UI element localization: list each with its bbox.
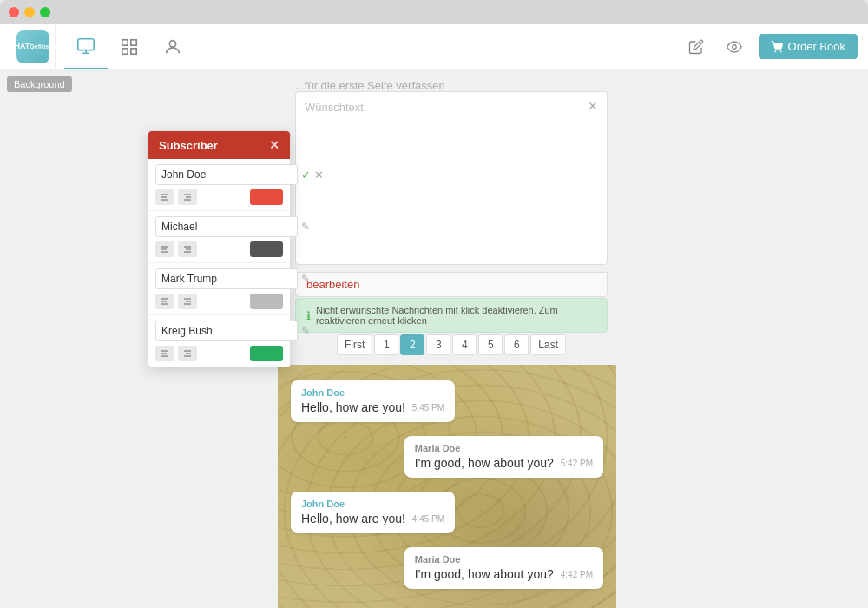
nav-grid[interactable] <box>108 24 151 69</box>
page-btn-1[interactable]: 1 <box>374 334 398 355</box>
chat-sender-2: John Doe <box>301 499 444 509</box>
chat-messages: John Doe Hello, how are you! 5:45 PM Mar… <box>278 365 616 605</box>
svg-point-7 <box>169 40 175 46</box>
close-icon-john[interactable]: ✕ <box>314 169 324 182</box>
color-chip-kreig[interactable] <box>250 346 283 361</box>
chat-text-1: I'm good, how about you? <box>415 456 554 470</box>
logo: CHAT Geflüster <box>10 24 56 69</box>
bearbeiten-button[interactable]: bearbeiten <box>295 272 608 297</box>
chat-text-0: Hello, how are you! <box>301 400 405 414</box>
edit-icon-michael[interactable]: ✎ <box>301 221 310 233</box>
svg-rect-3 <box>122 39 128 44</box>
maximize-button[interactable] <box>40 7 50 17</box>
toolbar: CHAT Geflüster <box>0 24 868 69</box>
chat-time-2: 4:45 PM <box>412 514 444 524</box>
subscriber-name-input-mark[interactable] <box>155 268 298 289</box>
page-btn-2[interactable]: 2 <box>400 334 424 355</box>
subscriber-item-kreig-bush: ✎ <box>148 315 290 367</box>
close-button[interactable] <box>9 7 19 17</box>
subscriber-item-michael: ✎ <box>148 211 290 263</box>
info-icon: ℹ <box>306 309 311 322</box>
svg-rect-0 <box>78 38 94 50</box>
main-content: Background Subscriber ✕ ✓ ✕ <box>0 69 868 608</box>
color-chip-mark[interactable] <box>250 294 283 309</box>
chat-row-0: John Doe Hello, how are you! 5:45 PM <box>282 373 612 429</box>
nav-person[interactable] <box>151 24 194 69</box>
align-left-icon-mark[interactable] <box>155 294 174 309</box>
svg-rect-5 <box>122 48 128 53</box>
chat-sender-3: Maria Doe <box>415 554 593 565</box>
background-button[interactable]: Background <box>7 76 72 92</box>
chat-row-3: Maria Doe I'm good, how about you? 4:42 … <box>282 540 612 596</box>
svg-point-8 <box>732 44 736 49</box>
subscriber-name-input-michael[interactable] <box>155 216 298 237</box>
align-left-icon-michael[interactable] <box>155 241 174 257</box>
subscriber-panel: Subscriber ✕ ✓ ✕ <box>148 130 291 367</box>
titlebar <box>0 0 868 24</box>
chat-text-2: Hello, how are you! <box>301 512 405 525</box>
chat-bubble-2: John Doe Hello, how are you! 4:45 PM <box>291 492 455 533</box>
chat-preview: John Doe Hello, how are you! 5:45 PM Mar… <box>278 365 616 608</box>
page-btn-first[interactable]: First <box>337 334 372 355</box>
editor-placeholder: Wünschtext <box>305 101 598 114</box>
subscriber-header: Subscriber ✕ <box>148 131 290 159</box>
edit-icon-kreig[interactable]: ✎ <box>301 325 310 337</box>
align-right-icon-michael[interactable] <box>178 241 197 257</box>
app-window: CHAT Geflüster <box>0 24 868 608</box>
subscriber-name-input-john[interactable] <box>155 164 298 185</box>
page-btn-6[interactable]: 6 <box>504 334 529 355</box>
chat-text-3: I'm good, how about you? <box>415 567 554 581</box>
chat-bubble-3: Maria Doe I'm good, how about you? 4:42 … <box>404 547 603 589</box>
page-btn-last[interactable]: Last <box>530 334 566 355</box>
color-chip-michael[interactable] <box>250 241 283 257</box>
chat-sender-1: Maria Doe <box>415 443 593 453</box>
editor-close-icon[interactable]: ✕ <box>588 99 598 113</box>
edit-icon-mark[interactable]: ✎ <box>301 273 310 285</box>
align-left-icon-kreig[interactable] <box>155 346 174 361</box>
order-book-button[interactable]: Order Book <box>759 34 858 59</box>
toolbar-right: Order Book <box>682 33 858 61</box>
chat-row-1: Maria Doe I'm good, how about you? 5:42 … <box>282 429 612 485</box>
nav-monitor[interactable] <box>64 24 108 69</box>
subscriber-close-icon[interactable]: ✕ <box>269 138 279 152</box>
color-chip-john[interactable] <box>250 189 283 205</box>
text-editor-box: ✕ Wünschtext <box>295 91 608 265</box>
align-right-icon-mark[interactable] <box>178 294 197 309</box>
svg-rect-6 <box>131 48 136 53</box>
eye-icon-btn[interactable] <box>720 33 748 61</box>
editor-area: ...für die erste Seite verfassen ✕ Wünsc… <box>295 74 851 608</box>
chat-time-3: 4:42 PM <box>561 570 593 579</box>
svg-point-9 <box>774 50 775 51</box>
chat-bubble-0: John Doe Hello, how are you! 5:45 PM <box>291 380 455 422</box>
align-right-icon-john[interactable] <box>178 189 197 205</box>
align-left-icon-john[interactable] <box>155 189 174 205</box>
chat-time-0: 5:45 PM <box>412 403 444 413</box>
page-btn-4[interactable]: 4 <box>452 334 477 355</box>
logo-badge: CHAT Geflüster <box>16 30 49 63</box>
toolbar-nav <box>56 24 682 69</box>
svg-rect-4 <box>131 39 136 44</box>
edit-icon-btn[interactable] <box>682 33 710 61</box>
chat-sender-0: John Doe <box>301 387 444 398</box>
chat-row-2: John Doe Hello, how are you! 4:45 PM <box>282 485 612 540</box>
svg-point-10 <box>780 50 781 51</box>
chat-time-1: 5:42 PM <box>561 459 593 468</box>
subscriber-name-input-kreig[interactable] <box>155 321 298 341</box>
check-icon-john[interactable]: ✓ <box>301 169 311 182</box>
subscriber-item-mark-trump: ✎ <box>148 263 290 315</box>
minimize-button[interactable] <box>24 7 35 17</box>
page-btn-3[interactable]: 3 <box>426 334 450 355</box>
pagination: First 1 2 3 4 5 6 Last <box>295 334 608 355</box>
page-btn-5[interactable]: 5 <box>478 334 503 355</box>
info-banner: ℹ Nicht erwünschte Nachrichten mit klick… <box>295 298 608 333</box>
chat-bubble-1: Maria Doe I'm good, how about you? 5:42 … <box>404 436 603 478</box>
align-right-icon-kreig[interactable] <box>178 346 197 361</box>
subscriber-item-john-doe: ✓ ✕ <box>148 159 290 211</box>
